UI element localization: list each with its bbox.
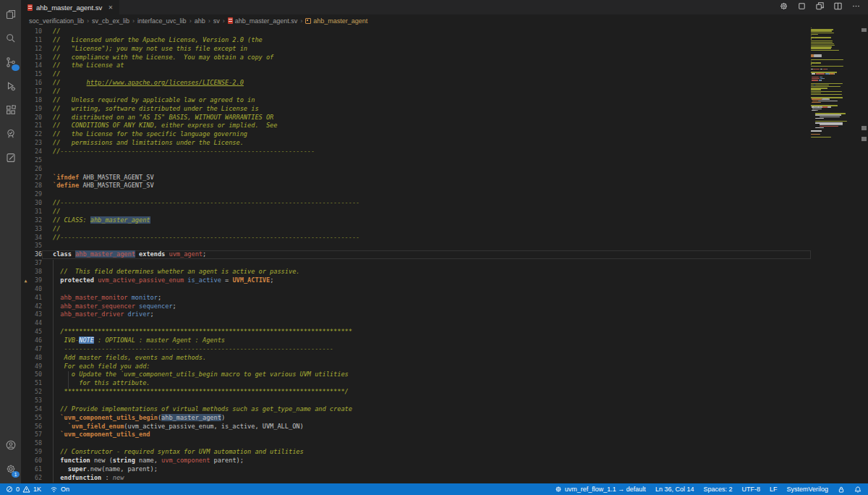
code-line[interactable]: 13// compliance with the License. You ma… bbox=[21, 54, 811, 62]
code-line[interactable]: 60 function new (string name, uvm_compon… bbox=[21, 457, 811, 465]
code-content[interactable]: `uvm_component_utils_end bbox=[42, 431, 811, 439]
line-number[interactable]: 50 bbox=[30, 371, 42, 379]
line-number[interactable]: 20 bbox=[30, 114, 42, 122]
line-number[interactable]: 54 bbox=[30, 405, 42, 414]
line-number[interactable]: 45 bbox=[30, 328, 42, 337]
code-line[interactable]: 49 For each field you add: bbox=[21, 363, 811, 371]
gutter-glyph-margin[interactable] bbox=[21, 105, 30, 114]
line-number[interactable]: 14 bbox=[30, 62, 42, 70]
line-number[interactable]: 19 bbox=[30, 105, 42, 114]
line-number[interactable]: 29 bbox=[30, 190, 42, 199]
code-line[interactable]: 56 `uvm_field_enum(uvm_active_passive_en… bbox=[21, 423, 811, 431]
notebook-icon[interactable] bbox=[0, 145, 21, 169]
line-number[interactable]: 61 bbox=[30, 465, 42, 474]
encoding[interactable]: UTF-8 bbox=[741, 486, 760, 493]
gutter-glyph-margin[interactable] bbox=[21, 268, 30, 276]
line-number[interactable]: 30 bbox=[30, 199, 42, 208]
code-line[interactable]: 28`define AHB_MASTER_AGENT_SV bbox=[21, 182, 811, 190]
code-content[interactable]: ahb_master_driver driver; bbox=[42, 310, 811, 319]
gutter-glyph-margin[interactable] bbox=[21, 242, 30, 250]
code-content[interactable]: ----------------------------------------… bbox=[42, 345, 811, 354]
code-content[interactable]: //--------------------------------------… bbox=[42, 148, 811, 156]
gutter-glyph-margin[interactable] bbox=[21, 122, 30, 130]
line-number[interactable]: 47 bbox=[30, 345, 42, 354]
line-number[interactable]: 56 bbox=[30, 423, 42, 431]
code-line[interactable]: 29 bbox=[21, 190, 811, 199]
gutter-glyph-margin[interactable] bbox=[21, 36, 30, 45]
code-line[interactable]: 15// bbox=[21, 70, 811, 79]
run-settings-gear-icon[interactable] bbox=[779, 1, 788, 14]
code-content[interactable]: // "License"); you may not use this file… bbox=[42, 45, 811, 54]
code-content[interactable] bbox=[42, 165, 811, 174]
gutter-glyph-margin[interactable] bbox=[21, 45, 30, 54]
code-content[interactable]: // Provide implementations of virtual me… bbox=[42, 405, 811, 414]
line-number[interactable]: 41 bbox=[30, 294, 42, 302]
line-number[interactable]: 32 bbox=[30, 216, 42, 225]
gutter-glyph-margin[interactable] bbox=[21, 465, 30, 474]
network-indicator[interactable]: On bbox=[50, 486, 69, 493]
code-line[interactable]: 19// writing, software distributed under… bbox=[21, 105, 811, 114]
breadcrumb-item[interactable]: sv_cb_ex_lib bbox=[92, 17, 129, 25]
gutter-glyph-margin[interactable] bbox=[21, 148, 30, 156]
line-number[interactable]: 13 bbox=[30, 54, 42, 62]
gutter-glyph-margin[interactable] bbox=[21, 354, 30, 363]
code-content[interactable]: //--------------------------------------… bbox=[42, 199, 811, 208]
line-number[interactable]: 42 bbox=[30, 302, 42, 311]
gutter-glyph-margin[interactable] bbox=[21, 174, 30, 182]
gutter-glyph-margin[interactable] bbox=[21, 397, 30, 405]
code-content[interactable]: super.new(name, parent); bbox=[42, 465, 811, 474]
line-number[interactable]: 28 bbox=[30, 182, 42, 190]
code-content[interactable]: /***************************************… bbox=[42, 328, 811, 337]
code-content[interactable] bbox=[42, 190, 811, 199]
code-content[interactable] bbox=[42, 242, 811, 250]
line-number[interactable]: 36 bbox=[30, 250, 42, 259]
line-number[interactable]: 58 bbox=[30, 439, 42, 448]
code-content[interactable] bbox=[42, 156, 811, 165]
line-number[interactable]: 39 bbox=[30, 276, 42, 285]
gutter-glyph-margin[interactable] bbox=[21, 234, 30, 242]
gutter-glyph-margin[interactable] bbox=[21, 70, 30, 79]
code-content[interactable]: `define AHB_MASTER_AGENT_SV bbox=[42, 182, 811, 190]
code-line[interactable]: 44 bbox=[21, 319, 811, 328]
gutter-glyph-margin[interactable] bbox=[21, 371, 30, 379]
tab-ahb-master-agent[interactable]: ahb_master_agent.sv ✕ bbox=[21, 0, 119, 14]
tab-close-icon[interactable]: ✕ bbox=[108, 4, 113, 11]
gutter-glyph-margin[interactable] bbox=[21, 156, 30, 165]
code-content[interactable]: // the License at bbox=[42, 62, 811, 70]
code-line[interactable]: 33// bbox=[21, 225, 811, 234]
breadcrumb-item[interactable]: ahb bbox=[195, 17, 205, 25]
code-content[interactable]: // bbox=[42, 28, 811, 36]
gutter-glyph-margin[interactable] bbox=[21, 250, 30, 259]
gutter-glyph-margin[interactable] bbox=[21, 337, 30, 345]
code-line[interactable]: 52 *************************************… bbox=[21, 388, 811, 397]
search-icon[interactable] bbox=[0, 26, 21, 50]
gutter-glyph-margin[interactable] bbox=[21, 96, 30, 105]
code-line[interactable]: 55 `uvm_component_utils_begin(ahb_master… bbox=[21, 414, 811, 423]
breadcrumb-item[interactable]: interface_uvc_lib bbox=[137, 17, 187, 25]
gutter-glyph-margin[interactable] bbox=[21, 431, 30, 439]
gutter-glyph-margin[interactable] bbox=[21, 388, 30, 397]
line-number[interactable]: 37 bbox=[30, 259, 42, 268]
code-line[interactable]: 32// CLASS: ahb_master_agent bbox=[21, 216, 811, 225]
code-content[interactable]: `ifndef AHB_MASTER_AGENT_SV bbox=[42, 174, 811, 182]
line-number[interactable]: 10 bbox=[30, 28, 42, 36]
source-control-icon[interactable] bbox=[0, 50, 21, 74]
testing-icon[interactable] bbox=[0, 122, 21, 145]
code-content[interactable]: // compliance with the License. You may … bbox=[42, 54, 811, 62]
breadcrumb-item[interactable]: sv bbox=[213, 17, 220, 25]
line-number[interactable]: 35 bbox=[30, 242, 42, 250]
code-content[interactable]: // bbox=[42, 70, 811, 79]
split-editor-icon[interactable] bbox=[833, 1, 843, 14]
line-number[interactable]: 12 bbox=[30, 45, 42, 54]
gutter-glyph-margin[interactable] bbox=[21, 208, 30, 216]
line-number[interactable]: 27 bbox=[30, 174, 42, 182]
gutter-glyph-margin[interactable] bbox=[21, 345, 30, 354]
indentation[interactable]: Spaces: 2 bbox=[703, 486, 732, 493]
line-number[interactable]: 17 bbox=[30, 88, 42, 96]
code-line[interactable]: 41 ahb_master_monitor monitor; bbox=[21, 294, 811, 302]
code-line[interactable]: ▲39 protected uvm_active_passive_enum is… bbox=[21, 276, 811, 285]
gutter-glyph-margin[interactable] bbox=[21, 114, 30, 122]
gutter-glyph-margin[interactable] bbox=[21, 285, 30, 294]
code-line[interactable]: 59 // Constructor - required syntax for … bbox=[21, 448, 811, 457]
code-content[interactable]: // This field determines whether an agen… bbox=[42, 268, 811, 276]
